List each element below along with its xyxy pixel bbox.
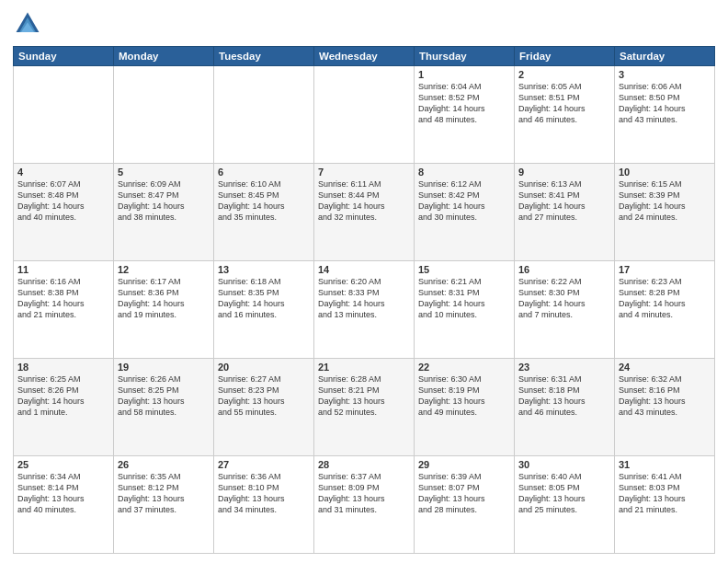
calendar-cell: 3Sunrise: 6:06 AM Sunset: 8:50 PM Daylig… [615, 66, 715, 164]
day-info: Sunrise: 6:41 AM Sunset: 8:03 PM Dayligh… [619, 471, 711, 516]
calendar-cell: 14Sunrise: 6:20 AM Sunset: 8:33 PM Dayli… [314, 261, 415, 359]
calendar-cell: 9Sunrise: 6:13 AM Sunset: 8:41 PM Daylig… [515, 164, 615, 261]
day-number: 9 [518, 167, 610, 178]
calendar-cell [114, 66, 214, 164]
day-info: Sunrise: 6:40 AM Sunset: 8:05 PM Dayligh… [518, 471, 610, 516]
day-info: Sunrise: 6:10 AM Sunset: 8:45 PM Dayligh… [218, 178, 310, 224]
day-info: Sunrise: 6:27 AM Sunset: 8:23 PM Dayligh… [218, 373, 310, 419]
day-number: 22 [418, 362, 510, 373]
day-number: 15 [418, 264, 510, 275]
day-number: 17 [619, 264, 711, 275]
weekday-monday: Monday [114, 47, 214, 66]
day-number: 27 [218, 459, 310, 470]
day-number: 29 [418, 459, 510, 470]
day-info: Sunrise: 6:39 AM Sunset: 8:07 PM Dayligh… [418, 471, 510, 516]
calendar-cell: 1Sunrise: 6:04 AM Sunset: 8:52 PM Daylig… [415, 66, 515, 164]
week-row-5: 25Sunrise: 6:34 AM Sunset: 8:14 PM Dayli… [14, 456, 715, 554]
calendar-cell: 10Sunrise: 6:15 AM Sunset: 8:39 PM Dayli… [615, 164, 715, 261]
weekday-sunday: Sunday [14, 47, 114, 66]
day-number: 11 [17, 264, 109, 275]
day-number: 28 [318, 459, 410, 470]
day-number: 8 [418, 167, 510, 178]
day-number: 19 [118, 362, 210, 373]
weekday-saturday: Saturday [615, 47, 715, 66]
logo-icon [13, 9, 42, 39]
calendar-cell: 11Sunrise: 6:16 AM Sunset: 8:38 PM Dayli… [14, 261, 114, 359]
day-number: 7 [318, 167, 410, 178]
calendar-cell: 4Sunrise: 6:07 AM Sunset: 8:48 PM Daylig… [14, 164, 114, 261]
day-info: Sunrise: 6:35 AM Sunset: 8:12 PM Dayligh… [118, 471, 210, 516]
day-number: 6 [218, 167, 310, 178]
calendar-cell: 7Sunrise: 6:11 AM Sunset: 8:44 PM Daylig… [314, 164, 415, 261]
calendar-cell: 6Sunrise: 6:10 AM Sunset: 8:45 PM Daylig… [214, 164, 314, 261]
day-info: Sunrise: 6:18 AM Sunset: 8:35 PM Dayligh… [218, 276, 310, 321]
weekday-friday: Friday [515, 47, 615, 66]
day-number: 10 [619, 167, 711, 178]
day-info: Sunrise: 6:36 AM Sunset: 8:10 PM Dayligh… [218, 471, 310, 516]
calendar-cell: 23Sunrise: 6:31 AM Sunset: 8:18 PM Dayli… [515, 359, 615, 456]
calendar-cell: 24Sunrise: 6:32 AM Sunset: 8:16 PM Dayli… [615, 359, 715, 456]
weekday-header-row: SundayMondayTuesdayWednesdayThursdayFrid… [14, 47, 715, 66]
day-number: 24 [619, 362, 711, 373]
day-number: 13 [218, 264, 310, 275]
day-info: Sunrise: 6:21 AM Sunset: 8:31 PM Dayligh… [418, 276, 510, 321]
calendar-cell [314, 66, 415, 164]
day-number: 2 [518, 69, 610, 80]
calendar-cell: 18Sunrise: 6:25 AM Sunset: 8:26 PM Dayli… [14, 359, 114, 456]
day-number: 12 [118, 264, 210, 275]
weekday-thursday: Thursday [415, 47, 515, 66]
calendar-cell: 19Sunrise: 6:26 AM Sunset: 8:25 PM Dayli… [114, 359, 214, 456]
day-number: 3 [619, 69, 711, 80]
day-info: Sunrise: 6:34 AM Sunset: 8:14 PM Dayligh… [17, 471, 109, 516]
day-info: Sunrise: 6:16 AM Sunset: 8:38 PM Dayligh… [17, 276, 109, 321]
day-number: 26 [118, 459, 210, 470]
day-info: Sunrise: 6:17 AM Sunset: 8:36 PM Dayligh… [118, 276, 210, 321]
day-info: Sunrise: 6:31 AM Sunset: 8:18 PM Dayligh… [518, 373, 610, 419]
day-number: 1 [418, 69, 510, 80]
day-info: Sunrise: 6:15 AM Sunset: 8:39 PM Dayligh… [619, 178, 711, 224]
calendar-cell: 20Sunrise: 6:27 AM Sunset: 8:23 PM Dayli… [214, 359, 314, 456]
calendar-cell: 31Sunrise: 6:41 AM Sunset: 8:03 PM Dayli… [615, 456, 715, 554]
day-number: 21 [318, 362, 410, 373]
day-info: Sunrise: 6:23 AM Sunset: 8:28 PM Dayligh… [619, 276, 711, 321]
day-number: 5 [118, 167, 210, 178]
day-number: 31 [619, 459, 711, 470]
week-row-3: 11Sunrise: 6:16 AM Sunset: 8:38 PM Dayli… [14, 261, 715, 359]
week-row-4: 18Sunrise: 6:25 AM Sunset: 8:26 PM Dayli… [14, 359, 715, 456]
calendar-cell: 26Sunrise: 6:35 AM Sunset: 8:12 PM Dayli… [114, 456, 214, 554]
calendar-cell: 8Sunrise: 6:12 AM Sunset: 8:42 PM Daylig… [415, 164, 515, 261]
day-info: Sunrise: 6:09 AM Sunset: 8:47 PM Dayligh… [118, 178, 210, 224]
day-info: Sunrise: 6:37 AM Sunset: 8:09 PM Dayligh… [318, 471, 410, 516]
day-info: Sunrise: 6:20 AM Sunset: 8:33 PM Dayligh… [318, 276, 410, 321]
calendar-cell [214, 66, 314, 164]
day-info: Sunrise: 6:28 AM Sunset: 8:21 PM Dayligh… [318, 373, 410, 419]
calendar-cell: 12Sunrise: 6:17 AM Sunset: 8:36 PM Dayli… [114, 261, 214, 359]
calendar-cell: 2Sunrise: 6:05 AM Sunset: 8:51 PM Daylig… [515, 66, 615, 164]
logo [13, 9, 46, 39]
calendar-cell: 17Sunrise: 6:23 AM Sunset: 8:28 PM Dayli… [615, 261, 715, 359]
day-info: Sunrise: 6:12 AM Sunset: 8:42 PM Dayligh… [418, 178, 510, 224]
day-info: Sunrise: 6:07 AM Sunset: 8:48 PM Dayligh… [17, 178, 109, 224]
day-info: Sunrise: 6:25 AM Sunset: 8:26 PM Dayligh… [17, 373, 109, 419]
day-number: 16 [518, 264, 610, 275]
calendar-cell [14, 66, 114, 164]
weekday-tuesday: Tuesday [214, 47, 314, 66]
day-number: 20 [218, 362, 310, 373]
calendar-table: SundayMondayTuesdayWednesdayThursdayFrid… [13, 46, 715, 554]
calendar-cell: 22Sunrise: 6:30 AM Sunset: 8:19 PM Dayli… [415, 359, 515, 456]
day-info: Sunrise: 6:04 AM Sunset: 8:52 PM Dayligh… [418, 81, 510, 126]
day-info: Sunrise: 6:06 AM Sunset: 8:50 PM Dayligh… [619, 81, 711, 126]
day-number: 18 [17, 362, 109, 373]
calendar-cell: 15Sunrise: 6:21 AM Sunset: 8:31 PM Dayli… [415, 261, 515, 359]
calendar-cell: 13Sunrise: 6:18 AM Sunset: 8:35 PM Dayli… [214, 261, 314, 359]
calendar-cell: 5Sunrise: 6:09 AM Sunset: 8:47 PM Daylig… [114, 164, 214, 261]
day-number: 23 [518, 362, 610, 373]
day-number: 14 [318, 264, 410, 275]
weekday-wednesday: Wednesday [314, 47, 415, 66]
calendar-cell: 30Sunrise: 6:40 AM Sunset: 8:05 PM Dayli… [515, 456, 615, 554]
week-row-1: 1Sunrise: 6:04 AM Sunset: 8:52 PM Daylig… [14, 66, 715, 164]
day-info: Sunrise: 6:11 AM Sunset: 8:44 PM Dayligh… [318, 178, 410, 224]
calendar-cell: 29Sunrise: 6:39 AM Sunset: 8:07 PM Dayli… [415, 456, 515, 554]
day-number: 4 [17, 167, 109, 178]
page: SundayMondayTuesdayWednesdayThursdayFrid… [0, 0, 728, 563]
